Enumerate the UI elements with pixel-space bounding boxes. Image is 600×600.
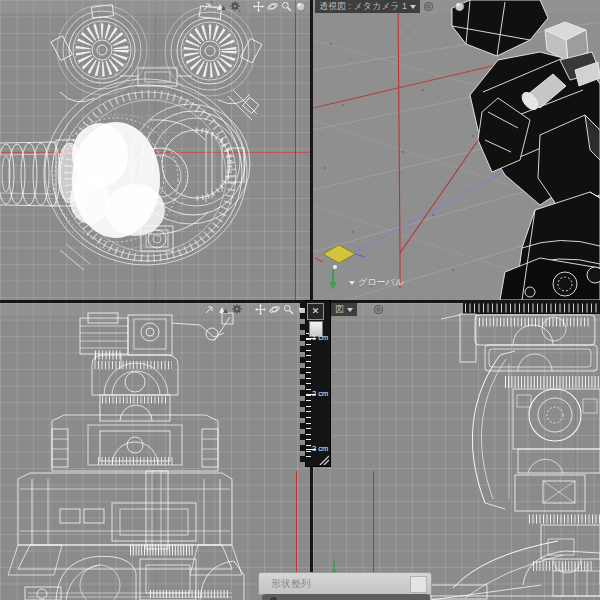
pan-icon[interactable] (253, 1, 264, 12)
ruler-ticks (306, 333, 311, 458)
pan-icon[interactable] (255, 304, 266, 315)
viewport-top-left[interactable] (0, 0, 310, 300)
fit-view-icon[interactable] (204, 304, 215, 315)
zoom-view-icon[interactable] (281, 1, 292, 12)
resize-grip[interactable] (318, 454, 329, 465)
shaded-robot-arm (452, 0, 600, 300)
close-icon[interactable]: ✕ (307, 303, 324, 320)
viewport-bottom-left[interactable] (0, 303, 310, 600)
wireframe-head-model (0, 0, 310, 300)
target-circle-icon[interactable] (373, 304, 384, 315)
ruler-label: 2 cm (312, 389, 328, 398)
triangle-down-icon (349, 281, 355, 285)
coordinate-mode-text: グローバル (358, 276, 404, 289)
viewport-title[interactable]: 図 (331, 303, 357, 316)
shading-mode-icon[interactable] (216, 1, 227, 12)
perspective-scene (313, 0, 600, 300)
panel-title: 形状整列 (271, 577, 311, 591)
viewport-controls (204, 304, 308, 315)
material-sphere-icon[interactable] (454, 1, 465, 12)
target-circle-icon[interactable] (423, 1, 434, 12)
zoom-view-icon[interactable] (283, 304, 294, 315)
viewport-title-label: 透視図 : メタカメラ 1 (319, 0, 407, 13)
material-sphere-icon[interactable] (295, 1, 306, 12)
rotate-view-icon[interactable] (269, 304, 280, 315)
view-settings-icon[interactable] (230, 1, 241, 12)
ruler-label: 3 cm (312, 444, 328, 453)
shape-align-panel[interactable]: 形状整列 (258, 572, 432, 600)
chevron-down-icon (410, 5, 416, 9)
view-settings-icon[interactable] (232, 304, 243, 315)
rotate-view-icon[interactable] (267, 1, 278, 12)
camera-controls (423, 1, 465, 12)
panel-collapse-button[interactable] (410, 576, 427, 593)
fit-view-icon[interactable] (202, 1, 213, 12)
camera-controls (373, 304, 384, 315)
panel-title-bar[interactable]: 形状整列 (258, 572, 432, 595)
chevron-down-icon (347, 308, 353, 312)
viewport-title[interactable]: 透視図 : メタカメラ 1 (315, 0, 420, 13)
viewport-bottom-right[interactable]: 図 (313, 303, 600, 600)
coordinate-mode-label[interactable]: グローバル (349, 276, 404, 289)
wireframe-leg-side (313, 303, 600, 600)
viewport-controls (202, 1, 306, 12)
shading-mode-icon[interactable] (218, 304, 229, 315)
viewport-perspective[interactable]: 透視図 : メタカメラ 1 グローバル (313, 0, 600, 300)
viewport-title-label: 図 (335, 303, 344, 316)
ruler-label: 1 cm (312, 333, 328, 342)
ruler-widget[interactable]: ✕ 1 cm 2 cm 3 cm (300, 300, 331, 467)
wireframe-leg-front (0, 303, 310, 600)
panel-body (262, 594, 430, 600)
